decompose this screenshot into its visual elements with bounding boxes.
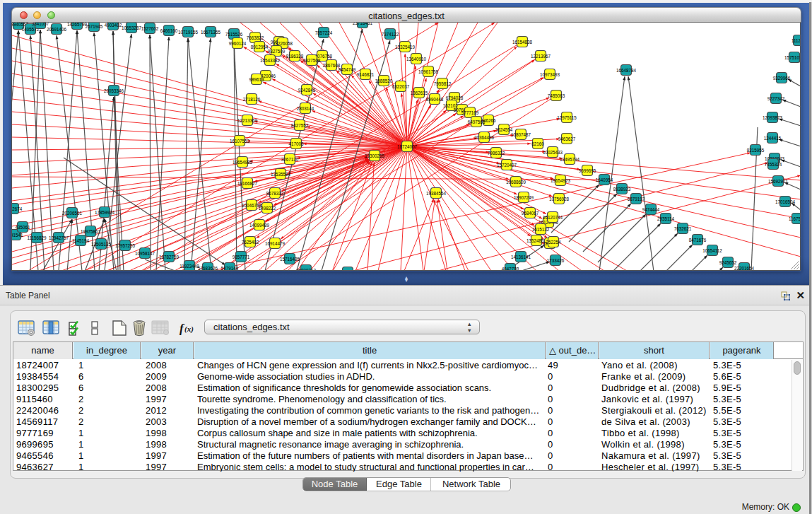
svg-text:23718431: 23718431: [353, 23, 373, 25]
svg-text:10688609: 10688609: [506, 180, 526, 185]
svg-text:10807487: 10807487: [511, 132, 531, 137]
svg-text:6322037: 6322037: [392, 84, 410, 89]
svg-text:22201654: 22201654: [734, 266, 755, 271]
svg-text:1167533: 1167533: [789, 216, 801, 221]
svg-text:7632621: 7632621: [674, 226, 692, 231]
svg-text:16120744: 16120744: [543, 215, 563, 220]
svg-text:13535594: 13535594: [271, 172, 291, 177]
svg-text:7022674: 7022674: [12, 206, 23, 211]
svg-text:12942757: 12942757: [49, 235, 69, 240]
svg-text:10973493: 10973493: [540, 72, 560, 77]
svg-text:62160: 62160: [531, 141, 544, 146]
svg-text:18907249: 18907249: [514, 195, 534, 200]
svg-text:19300295: 19300295: [365, 153, 385, 158]
svg-text:1362615: 1362615: [411, 90, 428, 95]
svg-text:16782759: 16782759: [159, 255, 180, 259]
svg-text:2935114: 2935114: [657, 216, 675, 221]
svg-text:20691406: 20691406: [47, 27, 67, 32]
svg-text:8471676: 8471676: [689, 238, 707, 243]
svg-text:20364436: 20364436: [474, 135, 495, 140]
svg-text:111234: 111234: [792, 38, 801, 43]
svg-text:29053346: 29053346: [104, 88, 124, 93]
svg-text:1733426: 1733426: [547, 258, 565, 263]
svg-text:20206561: 20206561: [62, 211, 83, 216]
svg-text:1588520: 1588520: [375, 78, 393, 83]
svg-text:4903402: 4903402: [105, 23, 122, 28]
svg-text:9329966: 9329966: [773, 76, 791, 81]
svg-text:8186328: 8186328: [286, 54, 304, 59]
svg-text:9245652: 9245652: [719, 260, 737, 265]
svg-text:3624554: 3624554: [495, 127, 513, 132]
svg-text:14265799: 14265799: [67, 23, 88, 27]
svg-text:9242848: 9242848: [298, 88, 316, 93]
svg-text:7663822: 7663822: [247, 35, 264, 40]
svg-text:9684067: 9684067: [522, 211, 539, 216]
svg-text:3341057: 3341057: [32, 23, 49, 26]
svg-text:16914479: 16914479: [265, 241, 286, 246]
svg-text:6497568: 6497568: [468, 119, 486, 124]
svg-text:435061: 435061: [15, 225, 30, 230]
svg-text:15751074: 15751074: [784, 55, 801, 60]
svg-text:12975115: 12975115: [557, 115, 577, 120]
svg-text:16543382: 16543382: [260, 58, 281, 63]
svg-text:10958147: 10958147: [135, 251, 155, 256]
svg-text:9960124: 9960124: [229, 41, 247, 46]
svg-text:5479144: 5479144: [221, 266, 239, 271]
svg-text:11923448: 11923448: [180, 264, 199, 269]
svg-text:3267130: 3267130: [281, 157, 299, 162]
svg-text:12213967: 12213967: [531, 54, 551, 59]
svg-text:18724007: 18724007: [397, 144, 418, 149]
svg-text:1244415: 1244415: [764, 136, 782, 141]
svg-text:7374122: 7374122: [382, 32, 399, 37]
svg-text:13640910: 13640910: [406, 57, 427, 62]
svg-text:9699695: 9699695: [579, 168, 596, 173]
svg-text:10025433: 10025433: [543, 150, 563, 155]
svg-text:57683626: 57683626: [198, 266, 218, 271]
svg-text:8938923: 8938923: [613, 187, 631, 192]
svg-text:2803144: 2803144: [297, 106, 314, 111]
svg-text:8427552: 8427552: [291, 123, 309, 128]
svg-text:1640954: 1640954: [596, 177, 613, 182]
svg-text:11156829: 11156829: [27, 235, 47, 240]
svg-text:14136141: 14136141: [511, 255, 531, 259]
svg-text:13325419: 13325419: [395, 45, 416, 49]
svg-text:7986322: 7986322: [488, 151, 505, 156]
svg-text:19975867: 19975867: [81, 229, 101, 234]
svg-text:417006: 417006: [288, 141, 304, 146]
svg-text:4842788: 4842788: [502, 267, 519, 271]
svg-text:(x): (x): [184, 325, 194, 334]
svg-text:6794028: 6794028: [446, 95, 464, 100]
svg-text:989613: 989613: [249, 77, 264, 82]
svg-text:1615132: 1615132: [532, 227, 550, 232]
svg-text:10961758: 10961758: [418, 69, 439, 74]
svg-text:16671355: 16671355: [201, 30, 221, 35]
svg-text:9146821: 9146821: [357, 72, 375, 77]
svg-text:12213369: 12213369: [237, 118, 258, 123]
svg-text:7485063: 7485063: [548, 93, 565, 98]
svg-text:13495794: 13495794: [560, 157, 580, 162]
svg-text:9777169: 9777169: [461, 110, 479, 115]
svg-text:8678332: 8678332: [266, 191, 284, 196]
svg-text:16154838: 16154838: [512, 40, 533, 45]
svg-text:19384554: 19384554: [426, 191, 447, 196]
svg-text:1498222: 1498222: [259, 206, 276, 211]
svg-text:7857224: 7857224: [315, 30, 333, 35]
svg-text:6879197: 6879197: [628, 197, 645, 201]
svg-text:12093873: 12093873: [763, 115, 783, 120]
svg-text:2718126: 2718126: [243, 97, 261, 102]
svg-text:8454749: 8454749: [339, 67, 356, 72]
svg-text:9227342: 9227342: [767, 96, 785, 101]
svg-text:252254: 252254: [546, 240, 561, 245]
svg-text:15720407: 15720407: [497, 163, 517, 168]
svg-text:17957255: 17957255: [115, 243, 136, 248]
svg-text:2571945: 2571945: [86, 24, 103, 29]
svg-text:6466160: 6466160: [160, 28, 178, 33]
svg-text:9474444: 9474444: [642, 207, 660, 212]
svg-text:8912954: 8912954: [251, 45, 269, 49]
svg-text:9857771: 9857771: [233, 255, 250, 259]
svg-text:12505135: 12505135: [91, 242, 112, 247]
svg-text:19654923: 19654923: [551, 178, 571, 183]
svg-text:8215955: 8215955: [747, 148, 765, 153]
svg-text:391541: 391541: [12, 233, 23, 238]
svg-text:9327509: 9327509: [268, 49, 286, 54]
